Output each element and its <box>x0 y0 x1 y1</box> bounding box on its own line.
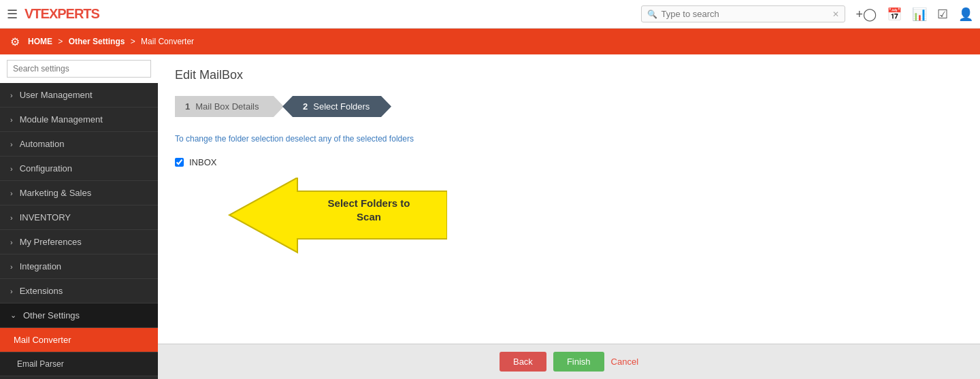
sidebar-item-other-settings[interactable]: ⌄ Other Settings <box>0 303 158 328</box>
sidebar-item-label: INVENTORY <box>20 212 71 223</box>
user-icon[interactable]: 👤 <box>958 7 973 22</box>
sidebar-item-label: Mail Converter <box>14 335 71 345</box>
content-main: Edit MailBox 1 Mail Box Details 2 Select… <box>158 54 980 344</box>
sidebar-item-configuration[interactable]: › Configuration <box>0 156 158 181</box>
step1-label: Mail Box Details <box>195 101 259 112</box>
info-text: To change the folder selection deselect … <box>175 134 963 144</box>
sidebar: › User Management › Module Management › … <box>0 54 158 379</box>
chevron-right-icon: › <box>10 189 13 197</box>
sidebar-item-extensions[interactable]: › Extensions <box>0 279 158 303</box>
sidebar-item-label: Module Management <box>20 114 103 125</box>
nav-icons: +◯ 📅 📊 ☑ 👤 <box>855 7 973 22</box>
chevron-right-icon: › <box>10 238 13 246</box>
cancel-button[interactable]: Cancel <box>611 357 638 367</box>
chevron-right-icon: › <box>10 287 13 295</box>
wizard-step-1: 1 Mail Box Details <box>175 96 284 117</box>
sidebar-item-label: Automation <box>20 139 65 149</box>
sidebar-search-input[interactable] <box>7 60 151 78</box>
breadcrumb: HOME > Other Settings > Mail Converter <box>28 37 194 46</box>
sidebar-item-my-preferences[interactable]: › My Preferences <box>0 230 158 254</box>
chart-icon[interactable]: 📊 <box>912 7 927 22</box>
chevron-down-icon: ⌄ <box>10 311 16 320</box>
breadcrumb-other-settings[interactable]: Other Settings <box>69 37 125 46</box>
sidebar-item-label: Extensions <box>20 286 63 296</box>
sidebar-item-marketing-sales[interactable]: › Marketing & Sales <box>0 181 158 205</box>
sidebar-item-automation[interactable]: › Automation <box>0 132 158 156</box>
page-title: Edit MailBox <box>175 68 963 82</box>
step1-number: 1 <box>185 101 190 112</box>
inbox-checkbox[interactable] <box>175 158 184 167</box>
breadcrumb-bar: ⚙ HOME > Other Settings > Mail Converter <box>0 29 980 54</box>
global-search-bar: 🔍 ✕ <box>641 5 845 22</box>
settings-gear-icon[interactable]: ⚙ <box>10 35 20 48</box>
sidebar-item-label: Email Parser <box>17 359 64 369</box>
svg-marker-0 <box>229 178 447 252</box>
clear-search-icon[interactable]: ✕ <box>832 10 839 19</box>
wizard-step-2: 2 Select Folders <box>282 96 391 117</box>
back-button[interactable]: Back <box>500 352 546 372</box>
sidebar-item-mail-converter[interactable]: Mail Converter <box>0 328 158 352</box>
sidebar-item-user-management[interactable]: › User Management <box>0 83 158 108</box>
inbox-label: INBOX <box>189 157 216 167</box>
menu-icon[interactable]: ☰ <box>7 7 18 22</box>
main-layout: › User Management › Module Management › … <box>0 54 980 379</box>
chevron-right-icon: › <box>10 116 13 124</box>
logo: VTEXPERTS <box>24 6 99 22</box>
sidebar-search-container <box>0 54 158 83</box>
content-area: Edit MailBox 1 Mail Box Details 2 Select… <box>158 54 980 379</box>
calendar-icon[interactable]: 📅 <box>887 7 902 22</box>
breadcrumb-sep2: > <box>131 37 135 46</box>
chevron-right-icon: › <box>10 91 13 99</box>
footer-bar: Back Finish Cancel <box>158 344 980 379</box>
chevron-right-icon: › <box>10 165 13 173</box>
sidebar-item-label: Integration <box>20 261 61 271</box>
step2-label: Select Folders <box>313 101 370 112</box>
arrow-svg <box>175 178 447 259</box>
sidebar-item-integration[interactable]: › Integration <box>0 254 158 279</box>
sidebar-item-label: Other Settings <box>23 310 80 320</box>
folder-inbox-item: INBOX <box>175 154 963 171</box>
step2-number: 2 <box>303 101 308 112</box>
search-icon: 🔍 <box>647 10 657 19</box>
sidebar-item-label: Marketing & Sales <box>20 188 92 198</box>
sidebar-item-label: User Management <box>20 90 93 100</box>
chevron-right-icon: › <box>10 214 13 222</box>
chevron-right-icon: › <box>10 263 13 271</box>
sidebar-item-inventory[interactable]: › INVENTORY <box>0 205 158 230</box>
finish-button[interactable]: Finish <box>553 352 604 372</box>
arrow-annotation: Select Folders toScan <box>175 178 447 259</box>
sidebar-item-module-management[interactable]: › Module Management <box>0 108 158 132</box>
tasks-icon[interactable]: ☑ <box>937 7 948 22</box>
sidebar-item-email-parser[interactable]: Email Parser <box>0 352 158 376</box>
global-search-input[interactable] <box>661 9 832 19</box>
logo-x: X <box>49 6 57 21</box>
breadcrumb-current: Mail Converter <box>141 37 194 46</box>
sidebar-item-label: Configuration <box>20 163 72 174</box>
top-nav: ☰ VTEXPERTS 🔍 ✕ +◯ 📅 📊 ☑ 👤 <box>0 0 980 29</box>
breadcrumb-sep1: > <box>58 37 63 46</box>
chevron-right-icon: › <box>10 140 13 148</box>
add-icon[interactable]: +◯ <box>855 7 877 22</box>
wizard-steps: 1 Mail Box Details 2 Select Folders <box>175 96 963 117</box>
breadcrumb-home[interactable]: HOME <box>28 37 52 46</box>
logo-perts: PERTS <box>57 6 99 21</box>
sidebar-item-label: My Preferences <box>20 237 82 247</box>
logo-vte: VTE <box>24 6 49 21</box>
